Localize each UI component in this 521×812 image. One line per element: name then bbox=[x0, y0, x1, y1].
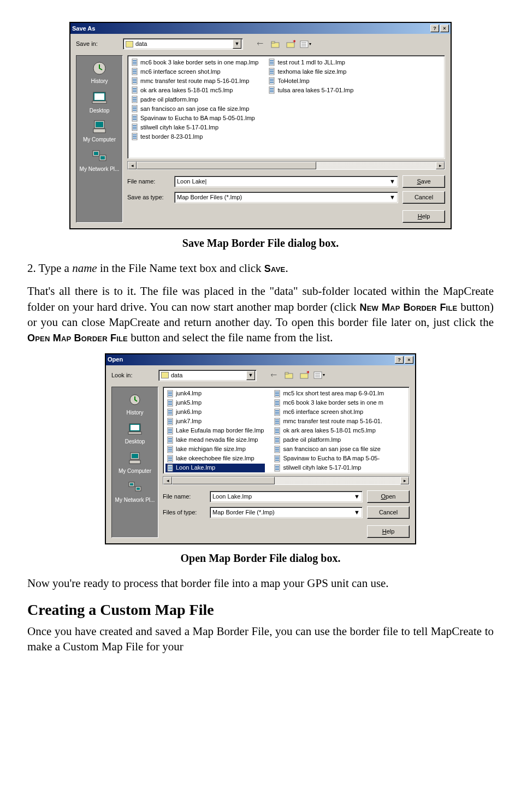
scroll-thumb[interactable] bbox=[172, 477, 275, 484]
chevron-down-icon[interactable]: ▼ bbox=[389, 177, 395, 186]
file-icon bbox=[274, 427, 281, 435]
close-icon[interactable]: × bbox=[405, 356, 413, 364]
svg-rect-65 bbox=[270, 80, 274, 81]
chevron-down-icon[interactable]: ▼ bbox=[354, 493, 360, 501]
scroll-right-icon[interactable]: ▸ bbox=[436, 162, 445, 169]
help-button[interactable]: Help bbox=[367, 525, 410, 538]
filesoftype-combo[interactable]: Map Border File (*.lmp) ▼ bbox=[210, 507, 363, 518]
new-folder-icon[interactable]: ✶ bbox=[298, 370, 310, 381]
svg-rect-89 bbox=[137, 488, 140, 490]
list-item[interactable]: Spavinaw to Eucha to BA map 5-05-01.lmp bbox=[130, 114, 259, 122]
scroll-left-icon[interactable]: ◂ bbox=[163, 477, 172, 484]
list-item[interactable]: Loon Lake.lmp bbox=[165, 464, 265, 472]
view-menu-icon[interactable] bbox=[300, 39, 312, 50]
up-folder-icon[interactable] bbox=[269, 39, 281, 50]
list-item[interactable]: mc5 lcx short test area map 6-9-01.lm bbox=[273, 389, 385, 398]
help-icon[interactable]: ? bbox=[395, 356, 404, 364]
svg-rect-36 bbox=[133, 97, 137, 98]
horizontal-scrollbar[interactable]: ◂ ▸ bbox=[163, 476, 410, 485]
places-desktop[interactable]: Desktop bbox=[112, 419, 158, 448]
list-item[interactable]: mmc transfer test route map 5-16-01.lmp bbox=[130, 76, 259, 85]
up-folder-icon[interactable] bbox=[283, 370, 295, 381]
places-desktop[interactable]: Desktop bbox=[76, 88, 122, 117]
list-item[interactable]: lake okeechobee file size.lmp bbox=[165, 454, 265, 463]
list-item[interactable]: san francisco an san jose ca file size bbox=[273, 445, 385, 454]
file-icon bbox=[167, 418, 174, 425]
list-item[interactable]: tulsa area lakes 5-17-01.lmp bbox=[267, 86, 354, 94]
list-item[interactable]: ToHotel.lmp bbox=[267, 76, 354, 85]
list-item[interactable]: ok ark area lakes 5-18-01 mc5.lmp bbox=[130, 86, 259, 94]
places-mycomputer[interactable]: My Computer bbox=[112, 449, 158, 477]
close-icon[interactable]: × bbox=[440, 25, 449, 32]
filename-input[interactable]: Loon Lake.lmp ▼ bbox=[210, 491, 363, 502]
list-item[interactable]: mc6 interface screen shot.lmp bbox=[273, 408, 385, 417]
places-network[interactable]: My Network Pl... bbox=[112, 478, 158, 506]
scroll-left-icon[interactable]: ◂ bbox=[128, 162, 137, 169]
list-item[interactable]: junk7.lmp bbox=[165, 417, 265, 426]
list-item[interactable]: stilwell cityh lake 5-17-01.lmp bbox=[130, 123, 259, 132]
list-item[interactable]: padre oil platform.lmp bbox=[273, 436, 385, 444]
help-icon[interactable]: ? bbox=[430, 25, 439, 32]
open-button[interactable]: Open bbox=[367, 490, 410, 503]
chevron-down-icon[interactable]: ▼ bbox=[233, 39, 241, 49]
places-history[interactable]: History bbox=[112, 390, 158, 419]
file-list[interactable]: junk4.lmpjunk5.lmpjunk6.lmpjunk7.lmpLake… bbox=[163, 387, 410, 474]
svg-rect-92 bbox=[168, 393, 172, 394]
list-item[interactable]: Lake Eufaula map border file.lmp bbox=[165, 426, 265, 435]
filename-input[interactable]: Loon Lake ▼ bbox=[174, 176, 398, 187]
places-mycomputer[interactable]: My Computer bbox=[76, 117, 122, 146]
save-button[interactable]: Save bbox=[402, 175, 445, 188]
svg-rect-127 bbox=[275, 392, 279, 393]
svg-rect-64 bbox=[270, 79, 274, 80]
list-item[interactable]: mc6 interface screen shot.lmp bbox=[130, 67, 259, 76]
list-item[interactable]: mc6 book 3 lake border sets in one m bbox=[273, 399, 385, 407]
list-item[interactable]: san francisco an san jose ca file size.l… bbox=[130, 104, 259, 113]
list-item[interactable]: mmc transfer test route map 5-16-01. bbox=[273, 417, 385, 426]
save-in-combo[interactable]: data ▼ bbox=[123, 38, 243, 50]
list-item[interactable]: padre oil platform.lmp bbox=[130, 95, 259, 104]
look-in-combo[interactable]: data ▼ bbox=[158, 370, 257, 381]
view-menu-icon[interactable] bbox=[313, 370, 325, 381]
file-icon bbox=[131, 123, 139, 131]
svg-rect-119 bbox=[168, 457, 172, 458]
list-item[interactable]: lake mead nevada file size.lmp bbox=[165, 436, 265, 444]
list-item[interactable]: junk5.lmp bbox=[165, 399, 265, 407]
cancel-button[interactable]: Cancel bbox=[402, 191, 445, 204]
list-item[interactable]: test rout 1 mdl to JLL.lmp bbox=[267, 58, 354, 67]
svg-rect-121 bbox=[168, 460, 172, 461]
back-icon[interactable]: 🡐 bbox=[268, 370, 280, 381]
titlebar: Save As ? × bbox=[70, 23, 451, 34]
list-item[interactable]: junk6.lmp bbox=[165, 408, 265, 417]
svg-rect-45 bbox=[133, 117, 137, 118]
file-icon bbox=[131, 58, 139, 66]
chevron-down-icon[interactable]: ▼ bbox=[354, 508, 360, 517]
horizontal-scrollbar[interactable]: ◂ ▸ bbox=[127, 161, 445, 170]
computer-icon bbox=[91, 118, 108, 135]
svg-rect-72 bbox=[285, 372, 288, 374]
help-button[interactable]: Help bbox=[402, 210, 445, 223]
list-item[interactable]: texhoma lake file size.lmp bbox=[267, 67, 354, 76]
list-item[interactable]: mc6 book 3 lake border sets in one map.l… bbox=[130, 58, 259, 67]
scroll-thumb[interactable] bbox=[137, 162, 316, 169]
saveastype-combo[interactable]: Map Border Files (*.lmp) ▼ bbox=[174, 192, 398, 203]
svg-text:✶: ✶ bbox=[292, 40, 295, 44]
places-history[interactable]: History bbox=[76, 59, 122, 87]
list-item[interactable]: stilwell cityh lake 5-17-01.lmp bbox=[273, 464, 385, 472]
desktop-icon bbox=[91, 90, 108, 106]
chevron-down-icon[interactable]: ▼ bbox=[389, 193, 395, 201]
scroll-right-icon[interactable]: ▸ bbox=[400, 477, 409, 484]
step-2: 2. Type a name in the File Name text box… bbox=[27, 260, 494, 276]
nav-icons: 🡐 ✶ bbox=[254, 39, 312, 50]
titlebar: Open ? × bbox=[106, 354, 415, 365]
cancel-button[interactable]: Cancel bbox=[367, 506, 410, 519]
file-list[interactable]: mc6 book 3 lake border sets in one map.l… bbox=[127, 55, 445, 159]
list-item[interactable]: ok ark area lakes 5-18-01 mc5.lmp bbox=[273, 426, 385, 435]
chevron-down-icon[interactable]: ▼ bbox=[246, 371, 255, 380]
back-icon[interactable]: 🡐 bbox=[254, 39, 266, 50]
places-network[interactable]: My Network Pl... bbox=[76, 147, 122, 175]
list-item[interactable]: lake michigan file size.lmp bbox=[165, 445, 265, 454]
list-item[interactable]: junk4.lmp bbox=[165, 389, 265, 398]
list-item[interactable]: test border 8-23-01.lmp bbox=[130, 132, 259, 141]
new-folder-icon[interactable]: ✶ bbox=[285, 39, 297, 50]
list-item[interactable]: Spavinaw to Eucha to BA map 5-05- bbox=[273, 454, 385, 463]
